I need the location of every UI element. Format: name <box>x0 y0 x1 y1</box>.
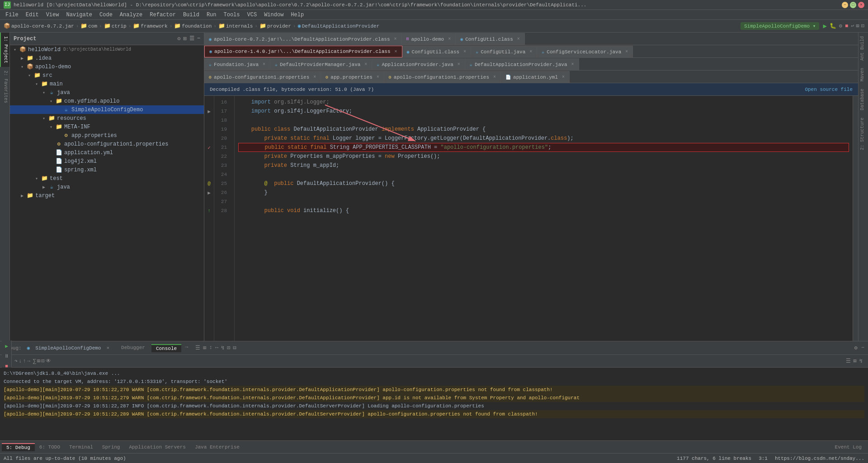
frames-btn[interactable]: ⊞ <box>37 358 40 364</box>
bottom-tab-todo[interactable]: 6: TODO <box>35 444 65 451</box>
tab-close-configservicelocator[interactable]: × <box>625 49 628 54</box>
open-source-link[interactable]: Open source file <box>805 87 853 92</box>
debug-session-close[interactable]: × <box>106 345 109 351</box>
tab-apollocore-140[interactable]: ◉ apollo-core-1.4.0.jar!\...\DefaultAppl… <box>204 46 402 57</box>
bottom-tab-terminal[interactable]: Terminal <box>65 444 98 451</box>
debug-icon-3[interactable]: ↕ <box>209 345 212 351</box>
tree-item-src[interactable]: ▾ 📁 src <box>10 71 204 80</box>
right-tab-structure[interactable]: 2: Structure <box>859 114 868 154</box>
debug-right-3[interactable]: ↯ <box>859 358 863 364</box>
maximize-button[interactable]: □ <box>850 2 856 8</box>
tree-item-helloworld[interactable]: ▾ 📦 helloWorld D:\projectData\helloWorld <box>10 45 204 54</box>
tree-item-log4j2[interactable]: 📄 log4j2.xml <box>10 157 204 165</box>
tab-close-applicationprovider[interactable]: × <box>458 62 460 67</box>
tab-configutil-java[interactable]: ☕ ConfigUtil.java × <box>471 46 537 57</box>
debug-icon-5[interactable]: ↯ <box>221 345 224 351</box>
run-config[interactable]: SimpleApolloConfigDemo ▾ <box>741 22 819 30</box>
debug-icon-4[interactable]: ↔ <box>215 345 218 351</box>
tab-close-defaultprovidermanager[interactable]: × <box>364 62 367 67</box>
minimize-button[interactable]: − <box>842 2 848 8</box>
tree-item-idea[interactable]: ▶ 📁 .idea <box>10 54 204 62</box>
watches-btn[interactable]: 👁 <box>46 358 51 364</box>
tab-apollodemo-m[interactable]: m apollo-demo × <box>402 33 456 45</box>
step-into-btn[interactable]: ↓ <box>19 358 22 364</box>
tree-item-apolloconfig1[interactable]: ⚙ apollo-configuration1.properties <box>10 140 204 148</box>
menu-refactor[interactable]: Refactor <box>146 11 179 19</box>
toolbar-button-1[interactable]: ⚙ <box>839 23 842 29</box>
menu-navigate[interactable]: Navigate <box>62 11 96 19</box>
run-button[interactable]: ▶ <box>823 22 826 30</box>
bottom-tab-spring[interactable]: Spring <box>98 444 125 451</box>
toolbar-button-4[interactable]: ⊡ <box>861 23 864 29</box>
breadcrumb-foundation[interactable]: foundation <box>182 24 212 29</box>
tab-close-foundation-java[interactable]: × <box>263 62 265 67</box>
tree-item-main[interactable]: ▾ 📁 main <box>10 80 204 88</box>
tab-close-apollocore-072[interactable]: × <box>394 37 397 42</box>
tree-item-apollodemo[interactable]: ▾ 📦 apollo-demo <box>10 62 204 71</box>
menu-vcs[interactable]: VCS <box>244 11 261 19</box>
debug-resume-btn[interactable]: ▶ <box>3 342 11 350</box>
breadcrumb-ctrip[interactable]: ctrip <box>112 24 127 29</box>
breadcrumb-com[interactable]: com <box>88 24 97 29</box>
tree-item-appyml[interactable]: 📄 application.yml <box>10 148 204 157</box>
tab-defaultapplicationprovider-java[interactable]: ☕ DefaultApplicationProvider.java × <box>465 58 579 70</box>
debug-icon-1[interactable]: ☰ <box>195 345 200 351</box>
toolbar-button-2[interactable]: ↩ <box>851 23 854 29</box>
tree-item-target[interactable]: ▶ 📁 target <box>10 191 204 200</box>
bottom-icon-settings[interactable]: ⚙ <box>854 345 858 351</box>
sidebar-icon-close[interactable]: − <box>197 35 200 42</box>
debug-pause-btn[interactable]: ⏸ <box>3 352 11 360</box>
bottom-tab-eventlog[interactable]: Event Log <box>830 444 866 451</box>
tab-debugger[interactable]: Debugger <box>117 344 150 352</box>
tree-item-package[interactable]: ▾ 📁 com.ydfind.apollo <box>10 97 204 105</box>
breadcrumb-internals[interactable]: internals <box>226 24 253 29</box>
tab-configutil-class-1[interactable]: ◉ ConfigUtil.class × <box>456 33 525 45</box>
toolbar-button-3[interactable]: ⊞ <box>856 23 859 29</box>
breadcrumb-framework[interactable]: framework <box>141 24 167 29</box>
menu-view[interactable]: View <box>42 11 63 19</box>
left-tab-favorites[interactable]: 2: Favorites <box>0 67 9 107</box>
right-tab-maven[interactable]: Maven <box>859 64 868 85</box>
tab-close-configutil-java[interactable]: × <box>529 49 532 54</box>
debug-icon-6[interactable]: ⊡ <box>227 345 230 351</box>
tree-item-testjava[interactable]: ▶ ☕ java <box>10 183 204 191</box>
tab-close-apolloconfig1-2[interactable]: × <box>493 75 496 80</box>
console-content[interactable]: D:\YDGreen\jdk1.8.0_40\bin\java.exe ... … <box>0 368 868 440</box>
step-over-btn[interactable]: ↷ <box>14 358 18 364</box>
menu-run[interactable]: Run <box>203 11 220 19</box>
menu-window[interactable]: Window <box>260 11 287 19</box>
bottom-icon-minimize[interactable]: − <box>861 345 864 351</box>
tab-defaultprovidermanager[interactable]: ☕ DefaultProviderManager.java × <box>270 58 372 70</box>
menu-code[interactable]: Code <box>96 11 116 19</box>
debug-right-2[interactable]: ⊞ <box>854 358 857 364</box>
tree-item-metainf[interactable]: ▾ 📁 META-INF <box>10 123 204 131</box>
right-tab-database[interactable]: Database <box>859 85 868 114</box>
menu-file[interactable]: File <box>2 11 22 19</box>
close-button[interactable]: × <box>858 2 864 8</box>
breadcrumb-class[interactable]: DefaultApplicationProvider <box>302 24 380 29</box>
bottom-tab-debug[interactable]: 5: Debug <box>2 443 35 451</box>
left-tab-project[interactable]: 1: Project <box>0 33 9 67</box>
tab-configutil-class-2[interactable]: ◉ ConfigUtil.class × <box>402 46 472 57</box>
sidebar-icon-gear[interactable]: ☰ <box>189 35 194 42</box>
debug-run-button[interactable]: 🐛 <box>830 23 836 29</box>
vars-btn[interactable]: ⊡ <box>41 358 44 364</box>
tab-configservicelocator[interactable]: ☕ ConfigServiceLocator.java × <box>537 46 633 57</box>
tab-close-apollodemo-m[interactable]: × <box>448 37 451 42</box>
tab-appprops[interactable]: ⚙ app.properties × <box>321 71 384 83</box>
editor-scrollbar[interactable] <box>853 96 858 341</box>
console-redirect-icon[interactable]: → <box>185 344 188 352</box>
tree-item-simpleapollo[interactable]: ☕ SimpleApolloConfigDemo <box>10 105 204 114</box>
tab-close-configutil-1[interactable]: × <box>517 37 520 42</box>
code-content[interactable]: import org.slf4j.Logger; import org.slf4… <box>235 96 853 341</box>
bottom-tab-javaenterprise[interactable]: Java Enterprise <box>190 444 244 451</box>
tab-close-appyml[interactable]: × <box>562 75 565 80</box>
menu-tools[interactable]: Tools <box>220 11 244 19</box>
right-tab-antbuild[interactable]: Ant Build <box>859 33 868 64</box>
menu-build[interactable]: Build <box>179 11 203 19</box>
tab-appyml[interactable]: 📄 application.yml × <box>501 71 570 83</box>
tab-applicationprovider[interactable]: ☕ ApplicationProvider.java × <box>372 58 465 70</box>
tab-close-configutil-2[interactable]: × <box>463 49 466 54</box>
tree-item-resources[interactable]: ▾ 📁 resources <box>10 114 204 123</box>
menu-edit[interactable]: Edit <box>22 11 42 19</box>
